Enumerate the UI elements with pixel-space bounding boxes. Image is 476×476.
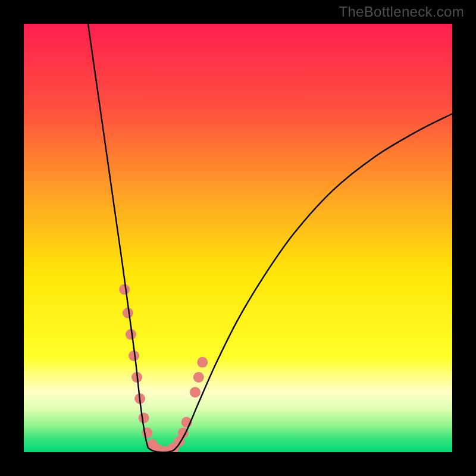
chart-container: TheBottleneck.com: [0, 0, 476, 476]
scatter-point: [119, 284, 130, 295]
watermark-text: TheBottleneck.com: [339, 4, 464, 20]
scatter-point: [197, 357, 208, 368]
curves-overlay: [24, 24, 452, 452]
plot-area: [24, 24, 452, 452]
scatter-point: [193, 372, 204, 383]
scatter-points: [119, 284, 208, 452]
curve-left: [88, 24, 148, 448]
scatter-point: [139, 412, 149, 423]
scatter-point: [190, 387, 201, 397]
curve-right: [178, 114, 452, 446]
